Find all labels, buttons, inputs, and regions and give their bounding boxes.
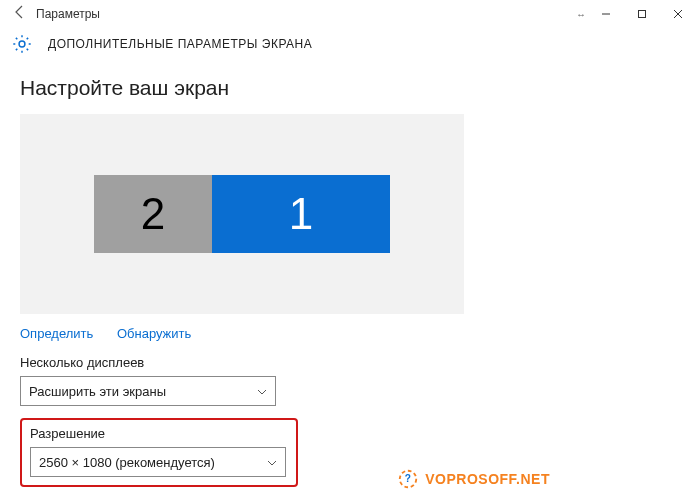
watermark-icon: ?: [397, 468, 419, 490]
page-heading: Настройте ваш экран: [20, 76, 680, 100]
chevron-down-icon: [257, 386, 267, 397]
content-area: Настройте ваш экран 2 1 Определить Обнар…: [0, 66, 700, 487]
multiple-displays-label: Несколько дисплеев: [20, 355, 680, 370]
watermark-text: VOPROSOFF.NET: [425, 471, 550, 487]
monitor-tile-2[interactable]: 2: [94, 175, 212, 253]
watermark: ? VOPROSOFF.NET: [397, 468, 550, 490]
maximize-button[interactable]: [624, 0, 660, 28]
minimize-button[interactable]: [588, 0, 624, 28]
svg-text:?: ?: [405, 473, 412, 484]
window-titlebar: Параметры ↔: [0, 0, 700, 28]
dropdown-value: Расширить эти экраны: [29, 384, 166, 399]
display-action-links: Определить Обнаружить: [20, 326, 680, 341]
resolution-dropdown[interactable]: 2560 × 1080 (рекомендуется): [30, 447, 286, 477]
back-button[interactable]: [4, 4, 36, 24]
close-button[interactable]: [660, 0, 696, 28]
svg-point-4: [19, 41, 25, 47]
detect-link[interactable]: Обнаружить: [117, 326, 191, 341]
resolution-highlight: Разрешение 2560 × 1080 (рекомендуется): [20, 418, 298, 487]
dropdown-value: 2560 × 1080 (рекомендуется): [39, 455, 215, 470]
monitor-tile-1[interactable]: 1: [212, 175, 390, 253]
display-arrangement-area[interactable]: 2 1: [20, 114, 464, 314]
section-title: ДОПОЛНИТЕЛЬНЫЕ ПАРАМЕТРЫ ЭКРАНА: [34, 37, 312, 51]
window-title: Параметры: [36, 7, 576, 21]
svg-rect-1: [639, 11, 646, 18]
multiple-displays-dropdown[interactable]: Расширить эти экраны: [20, 376, 276, 406]
page-header: ДОПОЛНИТЕЛЬНЫЕ ПАРАМЕТРЫ ЭКРАНА: [0, 28, 700, 66]
chevron-down-icon: [267, 457, 277, 468]
gear-icon: [10, 32, 34, 56]
monitor-label: 1: [289, 189, 313, 239]
resize-indicator-icon: ↔: [576, 9, 588, 20]
resolution-label: Разрешение: [30, 426, 288, 441]
identify-link[interactable]: Определить: [20, 326, 93, 341]
monitor-label: 2: [141, 189, 165, 239]
